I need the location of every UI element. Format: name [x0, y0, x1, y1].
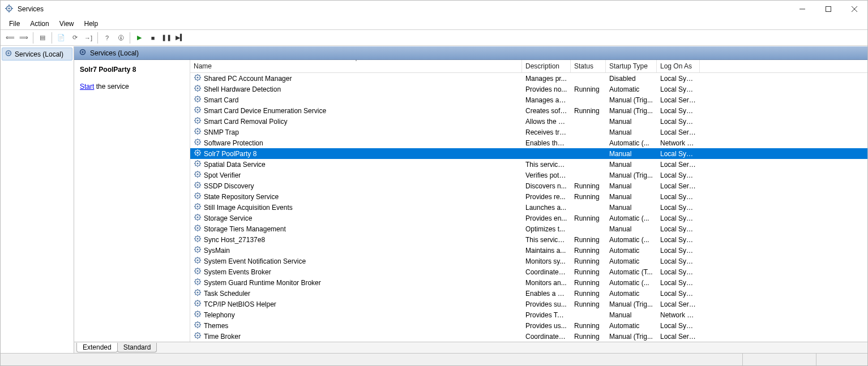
column-header-status[interactable]: Status [571, 60, 606, 72]
cell-desc: This service ... [522, 161, 571, 169]
restart-service-icon[interactable]: ▶▍ [174, 32, 186, 44]
svg-line-232 [199, 301, 200, 302]
service-row[interactable]: System Events BrokerCoordinates...Runnin… [190, 266, 867, 277]
svg-line-162 [199, 226, 200, 226]
service-row[interactable]: Storage ServiceProvides en...RunningAuto… [190, 213, 867, 223]
show-hide-tree-icon[interactable]: ▤ [36, 32, 49, 44]
cell-startup: Manual (Trig... [606, 107, 657, 115]
minimize-button[interactable] [789, 1, 815, 18]
svg-line-200 [195, 269, 196, 269]
service-row[interactable]: Still Image Acquisition EventsLaunches a… [190, 202, 867, 213]
cell-status: Running [571, 257, 606, 265]
service-row[interactable]: Spot VerifierVerifies pote...Manual (Tri… [190, 170, 867, 180]
cell-logon: Local Service [657, 161, 700, 169]
svg-line-212 [199, 279, 200, 280]
cell-desc: Manages pr... [522, 75, 571, 83]
svg-line-151 [199, 219, 200, 219]
cell-status: Running [571, 182, 606, 190]
service-row[interactable]: Sync Host_27137e8This service ...Running… [190, 234, 867, 245]
column-header-desc[interactable]: Description [522, 60, 571, 72]
service-name-label: Still Image Acquisition Events [204, 204, 293, 212]
svg-point-245 [196, 324, 198, 325]
svg-line-193 [195, 262, 196, 262]
tab-standard[interactable]: Standard [117, 343, 157, 352]
help-icon[interactable]: ? [101, 32, 113, 44]
refresh-icon[interactable]: ⟳ [69, 32, 81, 44]
cell-logon: Local Syste... [657, 236, 700, 244]
service-row[interactable]: ThemesProvides us...RunningAutomaticLoca… [190, 320, 867, 331]
cell-status: Running [571, 247, 606, 255]
service-row[interactable]: SSDP DiscoveryDiscovers n...RunningManua… [190, 180, 867, 191]
svg-line-190 [195, 258, 196, 259]
menu-file[interactable]: File [4, 19, 25, 29]
svg-line-51 [199, 111, 200, 112]
cell-desc: This service ... [522, 236, 571, 244]
column-header-startup[interactable]: Startup Type [606, 60, 657, 72]
service-row[interactable]: SysMainMaintains a...RunningAutomaticLoc… [190, 245, 867, 256]
main-split: Services (Local) Services (Local) Solr7 … [1, 46, 867, 353]
column-header-logon[interactable]: Log On As [657, 60, 700, 72]
export-list-icon[interactable]: →] [82, 32, 95, 44]
service-row[interactable]: Spatial Data ServiceThis service ...Manu… [190, 159, 867, 170]
service-row[interactable]: Storage Tiers ManagementOptimizes t...Ma… [190, 223, 867, 234]
stop-service-icon[interactable]: ■ [147, 32, 159, 44]
svg-line-103 [195, 165, 196, 166]
nav-forward-icon[interactable]: ⟹ [18, 32, 30, 44]
svg-line-161 [199, 230, 200, 230]
service-name-label: Sync Host_27137e8 [204, 236, 265, 244]
menu-help[interactable]: Help [79, 19, 104, 29]
service-row[interactable]: Solr7 PoolParty 8ManualLocal Syste... [190, 148, 867, 159]
cell-name: Sync Host_27137e8 [190, 235, 522, 244]
close-button[interactable] [841, 1, 867, 18]
service-row[interactable]: Shared PC Account ManagerManages pr...Di… [190, 73, 867, 84]
svg-line-53 [195, 111, 196, 112]
svg-point-155 [196, 227, 198, 229]
svg-line-181 [199, 251, 200, 252]
service-row[interactable]: System Guard Runtime Monitor BrokerMonit… [190, 277, 867, 288]
svg-line-192 [199, 258, 200, 259]
service-row[interactable]: Smart Card Removal PolicyAllows the s...… [190, 116, 867, 127]
service-name-label: Storage Service [204, 214, 252, 222]
service-row[interactable]: Smart CardManages ac...Manual (Trig...Lo… [190, 94, 867, 105]
service-row[interactable]: SNMP TrapReceives tra...ManualLocal Serv… [190, 127, 867, 137]
svg-line-40 [195, 97, 196, 97]
svg-point-215 [196, 291, 198, 293]
cell-startup: Manual [606, 311, 657, 319]
pause-service-icon[interactable]: ❚❚ [160, 32, 173, 44]
service-row[interactable]: State Repository ServiceProvides re...Ru… [190, 191, 867, 202]
nav-back-icon[interactable]: ⟸ [4, 32, 16, 44]
column-header-name[interactable]: Name˄ [190, 60, 522, 72]
svg-line-163 [195, 230, 196, 230]
gear-icon [194, 267, 202, 277]
cell-startup: Manual [606, 161, 657, 169]
start-service-link[interactable]: Start [80, 83, 94, 91]
service-row[interactable]: Time BrokerCoordinates...RunningManual (… [190, 331, 867, 342]
help-topics-icon[interactable]: 🛈 [114, 32, 127, 44]
menu-action[interactable]: Action [25, 19, 54, 29]
tree-node-services-local[interactable]: Services (Local) [2, 48, 72, 61]
services-rows[interactable]: Shared PC Account ManagerManages pr...Di… [190, 73, 867, 342]
service-row[interactable]: System Event Notification ServiceMonitor… [190, 256, 867, 266]
service-name-label: Shared PC Account Manager [204, 75, 292, 83]
maximize-button[interactable] [815, 1, 841, 18]
svg-line-180 [195, 247, 196, 248]
service-row[interactable]: Smart Card Device Enumeration ServiceCre… [190, 105, 867, 116]
cell-name: Storage Service [190, 213, 522, 223]
service-name-label: SysMain [204, 247, 230, 255]
service-row[interactable]: Software ProtectionEnables the ...Automa… [190, 137, 867, 148]
tab-extended[interactable]: Extended [76, 343, 118, 352]
start-service-icon[interactable]: ▶ [133, 32, 146, 44]
gear-icon [194, 192, 202, 201]
service-row[interactable]: Shell Hardware DetectionProvides no...Ru… [190, 84, 867, 94]
service-row[interactable]: Task SchedulerEnables a us...RunningAuto… [190, 288, 867, 299]
svg-line-203 [195, 273, 196, 273]
service-row[interactable]: TelephonyProvides Tel...ManualNetwork S.… [190, 309, 867, 320]
service-row[interactable]: TCP/IP NetBIOS HelperProvides su...Runni… [190, 299, 867, 309]
menu-view[interactable]: View [54, 19, 79, 29]
svg-line-70 [195, 129, 196, 130]
status-cell-3 [816, 354, 867, 365]
properties-icon[interactable]: 📄 [55, 32, 67, 44]
cell-name: Software Protection [190, 138, 522, 148]
svg-line-210 [195, 279, 196, 280]
svg-line-150 [195, 215, 196, 216]
